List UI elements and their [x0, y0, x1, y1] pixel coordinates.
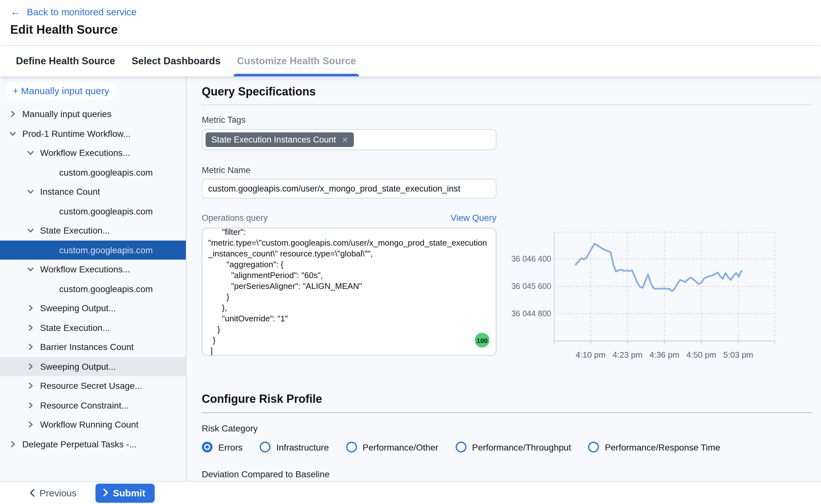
- tree-item-label: custom.googleapis.com: [59, 245, 153, 255]
- x-axis-tick-label: 4:36 pm: [649, 350, 679, 360]
- tree-item-selected[interactable]: custom.googleapis.com: [0, 240, 186, 260]
- main-panel: Query Specifications Metric Tags State E…: [186, 76, 821, 481]
- chevron-right-icon[interactable]: [9, 110, 17, 118]
- tree-item-label: State Execution...: [40, 323, 110, 333]
- query-sidebar: + Manually input query Manually input qu…: [0, 76, 186, 481]
- chevron-right-icon[interactable]: [27, 305, 34, 312]
- tree-item[interactable]: Workflow Running Count: [0, 415, 186, 434]
- tree-item[interactable]: Delegate Perpetual Tasks -...: [0, 434, 186, 454]
- remove-tag-icon[interactable]: ✕: [342, 136, 348, 143]
- tree-item[interactable]: Manually input queries: [0, 104, 186, 124]
- chevron-down-icon[interactable]: [9, 130, 17, 137]
- chart-line-series: [576, 244, 742, 291]
- tree-item[interactable]: State Execution...: [0, 318, 186, 337]
- risk-category-label: Risk Category: [202, 423, 812, 433]
- tab-define-health-source[interactable]: Define Health Source: [16, 46, 115, 76]
- tab-select-dashboards[interactable]: Select Dashboards: [132, 46, 221, 76]
- chevron-down-icon[interactable]: [27, 149, 34, 157]
- chart-y-axis-labels: 36 046 40036 045 60036 044 800: [509, 232, 551, 341]
- risk-heading-divider: [202, 412, 812, 413]
- tree-item-label: Workflow Executions...: [40, 148, 130, 158]
- risk-radio-errors[interactable]: Errors: [202, 442, 242, 452]
- tree-item[interactable]: Sweeping Output...: [0, 357, 186, 376]
- view-query-link[interactable]: View Query: [451, 213, 496, 223]
- submit-button-label: Submit: [113, 487, 145, 498]
- radio-label: Performance/Response Time: [605, 442, 720, 452]
- previous-button[interactable]: Previous: [29, 487, 77, 498]
- deviation-label: Deviation Compared to Baseline: [202, 469, 812, 479]
- y-axis-tick-label: 36 045 600: [511, 282, 551, 291]
- chart-plot-area: 4:10 pm4:23 pm4:36 pm4:50 pm5:03 pm: [554, 232, 775, 341]
- tree-item-label: custom.googleapis.com: [59, 167, 153, 178]
- tab-customize-health-source[interactable]: Customize Health Source: [237, 46, 356, 76]
- tree-item-label: Manually input queries: [22, 109, 111, 119]
- page-header: ← Back to monitored service Edit Health …: [0, 0, 821, 45]
- tree-item[interactable]: custom.googleapis.com: [0, 163, 186, 182]
- tree-item-label: Prod-1 Runtime Workflow...: [22, 129, 130, 139]
- operations-query-text: "filter": "metric.type=\"custom.googleap…: [202, 228, 496, 356]
- chevron-left-icon: [29, 489, 35, 497]
- chevron-down-icon[interactable]: [27, 266, 34, 273]
- metric-tags-input[interactable]: State Execution Instances Count ✕: [202, 129, 496, 150]
- tree-item[interactable]: Instance Count: [0, 182, 186, 201]
- previous-button-label: Previous: [39, 487, 77, 498]
- chevron-right-icon[interactable]: [27, 421, 34, 429]
- risk-radio-performance-other[interactable]: Performance/Other: [346, 442, 438, 452]
- back-arrow-icon: ←: [10, 6, 21, 17]
- x-axis-tick-label: 4:10 pm: [576, 350, 606, 360]
- tree-item-label: custom.googleapis.com: [59, 284, 153, 294]
- chevron-right-icon[interactable]: [27, 363, 34, 370]
- radio-selected-icon[interactable]: [202, 442, 213, 452]
- radio-label: Performance/Throughput: [472, 442, 571, 452]
- operations-query-label: Operations query: [202, 213, 268, 223]
- metric-name-input[interactable]: [202, 179, 496, 199]
- tree-item[interactable]: custom.googleapis.com: [0, 201, 186, 221]
- tree-item[interactable]: custom.googleapis.com: [0, 279, 186, 298]
- add-manual-query-button[interactable]: + Manually input query: [6, 83, 116, 99]
- chevron-right-icon[interactable]: [27, 324, 34, 332]
- tree-item[interactable]: Prod-1 Runtime Workflow...: [0, 124, 186, 143]
- tree-item-label: Barrier Instances Count: [40, 342, 134, 352]
- query-tree: Manually input queriesProd-1 Runtime Wor…: [0, 104, 186, 454]
- chevron-right-icon[interactable]: [27, 343, 34, 351]
- risk-radio-performance-response-time[interactable]: Performance/Response Time: [588, 442, 720, 452]
- radio-unselected-icon[interactable]: [455, 442, 466, 452]
- content-area: + Manually input query Manually input qu…: [0, 76, 821, 481]
- metric-tags-label: Metric Tags: [202, 115, 812, 125]
- tree-item[interactable]: Resource Secret Usage...: [0, 376, 186, 395]
- heading-divider: [202, 104, 812, 105]
- radio-unselected-icon[interactable]: [588, 442, 599, 452]
- operations-column: Operations query View Query "filter": "m…: [202, 213, 496, 356]
- metric-tag-chip-label: State Execution Instances Count: [211, 135, 336, 144]
- submit-button[interactable]: Submit: [96, 483, 155, 502]
- tree-item-label: Sweeping Output...: [40, 361, 116, 372]
- back-link[interactable]: ← Back to monitored service: [10, 6, 137, 17]
- risk-radio-infrastructure[interactable]: Infrastructure: [260, 442, 329, 452]
- tree-item-label: State Execution...: [40, 226, 110, 236]
- x-axis-tick-label: 5:03 pm: [723, 350, 753, 360]
- tree-item-label: Workflow Running Count: [40, 420, 138, 430]
- radio-unselected-icon[interactable]: [346, 442, 357, 452]
- chevron-right-icon[interactable]: [9, 440, 17, 448]
- chevron-right-icon[interactable]: [27, 402, 34, 409]
- y-axis-tick-label: 36 046 400: [511, 255, 551, 263]
- tree-item[interactable]: Barrier Instances Count: [0, 337, 186, 357]
- chevron-right-icon[interactable]: [27, 382, 34, 390]
- tree-item[interactable]: Workflow Executions...: [0, 260, 186, 279]
- y-axis-tick-label: 36 044 800: [511, 309, 551, 318]
- metric-preview-chart: 36 046 40036 045 60036 044 800 4:10 pm4:…: [509, 232, 775, 341]
- tree-item[interactable]: Resource Constraint...: [0, 395, 186, 415]
- tree-item-label: Resource Secret Usage...: [40, 381, 142, 391]
- chevron-down-icon[interactable]: [27, 227, 34, 235]
- metric-name-label: Metric Name: [202, 165, 812, 175]
- radio-unselected-icon[interactable]: [260, 442, 270, 452]
- metric-tag-chip[interactable]: State Execution Instances Count ✕: [206, 132, 354, 147]
- chevron-down-icon[interactable]: [27, 188, 34, 196]
- tree-item-label: custom.googleapis.com: [59, 206, 153, 216]
- radio-label: Errors: [218, 442, 242, 452]
- tree-item[interactable]: Sweeping Output...: [0, 298, 186, 318]
- risk-radio-performance-throughput[interactable]: Performance/Throughput: [455, 442, 571, 452]
- tree-item[interactable]: Workflow Executions...: [0, 143, 186, 163]
- tree-item[interactable]: State Execution...: [0, 221, 186, 240]
- operations-query-textarea[interactable]: "filter": "metric.type=\"custom.googleap…: [202, 228, 496, 356]
